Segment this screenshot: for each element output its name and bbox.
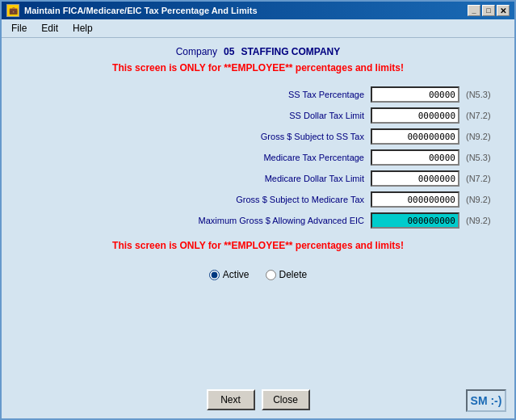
medicare-tax-percentage-row: Medicare Tax Percentage (N5.3): [18, 149, 498, 166]
menu-help[interactable]: Help: [66, 21, 99, 36]
ss-tax-percentage-row: SS Tax Percentage (N5.3): [18, 86, 498, 103]
radio-delete-option[interactable]: Delete: [266, 269, 308, 280]
medicare-tax-percentage-input[interactable]: [371, 149, 459, 166]
gross-subject-medicare-format: (N9.2): [466, 195, 498, 204]
title-buttons: _ □ ✕: [468, 5, 510, 16]
title-bar-left: 💼 Maintain FICA/Medicare/EIC Tax Percent…: [6, 4, 258, 17]
window-title: Maintain FICA/Medicare/EIC Tax Percentag…: [24, 6, 258, 15]
button-row: Next Close: [207, 389, 310, 410]
sm-logo: SM :-): [466, 389, 506, 412]
max-gross-eic-format: (N9.2): [466, 216, 498, 225]
gross-subject-medicare-label: Gross $ Subject to Medicare Tax: [187, 195, 364, 204]
window-content-area: Company 05 STAFFING COMPANY This screen …: [2, 38, 514, 418]
title-bar: 💼 Maintain FICA/Medicare/EIC Tax Percent…: [2, 2, 514, 19]
max-gross-eic-label: Maximum Gross $ Allowing Advanced EIC: [187, 216, 364, 225]
radio-active-option[interactable]: Active: [209, 269, 250, 280]
top-warning-text: This screen is ONLY for **EMPLOYEE** per…: [112, 62, 404, 74]
gross-subject-ss-format: (N9.2): [466, 132, 498, 141]
company-code: 05: [224, 46, 234, 57]
menu-edit[interactable]: Edit: [35, 21, 65, 36]
close-window-button[interactable]: ✕: [497, 5, 510, 16]
ss-dollar-tax-limit-row: SS Dollar Tax Limit (N7.2): [18, 107, 498, 124]
next-button[interactable]: Next: [207, 389, 255, 410]
gross-subject-ss-label: Gross $ Subject to SS Tax: [187, 132, 364, 141]
window-icon: 💼: [6, 4, 19, 17]
medicare-dollar-limit-input[interactable]: [371, 170, 459, 187]
close-button[interactable]: Close: [262, 389, 310, 410]
max-gross-eic-input[interactable]: [371, 212, 459, 229]
bottom-warning-text: This screen is ONLY for **EMPLOYEE** per…: [112, 240, 404, 251]
minimize-button[interactable]: _: [468, 5, 480, 16]
max-gross-eic-row: Maximum Gross $ Allowing Advanced EIC (N…: [18, 212, 498, 229]
radio-active-input[interactable]: [209, 270, 220, 280]
gross-subject-ss-row: Gross $ Subject to SS Tax (N9.2): [18, 128, 498, 145]
medicare-dollar-limit-format: (N7.2): [466, 174, 498, 183]
gross-subject-medicare-input[interactable]: [371, 191, 459, 208]
ss-dollar-tax-limit-format: (N7.2): [466, 111, 498, 120]
ss-tax-percentage-format: (N5.3): [466, 90, 498, 99]
radio-section: Active Delete: [209, 269, 307, 280]
radio-delete-label: Delete: [279, 269, 308, 280]
gross-subject-medicare-row: Gross $ Subject to Medicare Tax (N9.2): [18, 191, 498, 208]
company-name: STAFFING COMPANY: [241, 46, 340, 57]
sm-logo-text: SM :-): [471, 394, 502, 407]
company-label: Company: [176, 46, 217, 57]
radio-delete-input[interactable]: [266, 270, 276, 280]
bottom-section: Next Close: [2, 383, 514, 418]
medicare-dollar-limit-label: Medicare Dollar Tax Limit: [187, 174, 364, 183]
content-area: Company 05 STAFFING COMPANY This screen …: [2, 38, 514, 383]
menu-file[interactable]: File: [5, 21, 33, 36]
main-window: 💼 Maintain FICA/Medicare/EIC Tax Percent…: [0, 0, 516, 420]
ss-tax-percentage-input[interactable]: [371, 86, 459, 103]
medicare-tax-percentage-label: Medicare Tax Percentage: [187, 153, 364, 162]
gross-subject-ss-input[interactable]: [371, 128, 459, 145]
radio-active-label: Active: [223, 269, 250, 280]
menu-bar: File Edit Help: [2, 19, 514, 38]
maximize-button[interactable]: □: [482, 5, 495, 16]
ss-dollar-tax-limit-input[interactable]: [371, 107, 459, 124]
ss-dollar-tax-limit-label: SS Dollar Tax Limit: [187, 111, 364, 120]
medicare-tax-percentage-format: (N5.3): [466, 153, 498, 162]
ss-tax-percentage-label: SS Tax Percentage: [187, 90, 364, 99]
fields-container: SS Tax Percentage (N5.3) SS Dollar Tax L…: [18, 86, 498, 229]
medicare-dollar-limit-row: Medicare Dollar Tax Limit (N7.2): [18, 170, 498, 187]
company-info: Company 05 STAFFING COMPANY: [176, 46, 341, 57]
